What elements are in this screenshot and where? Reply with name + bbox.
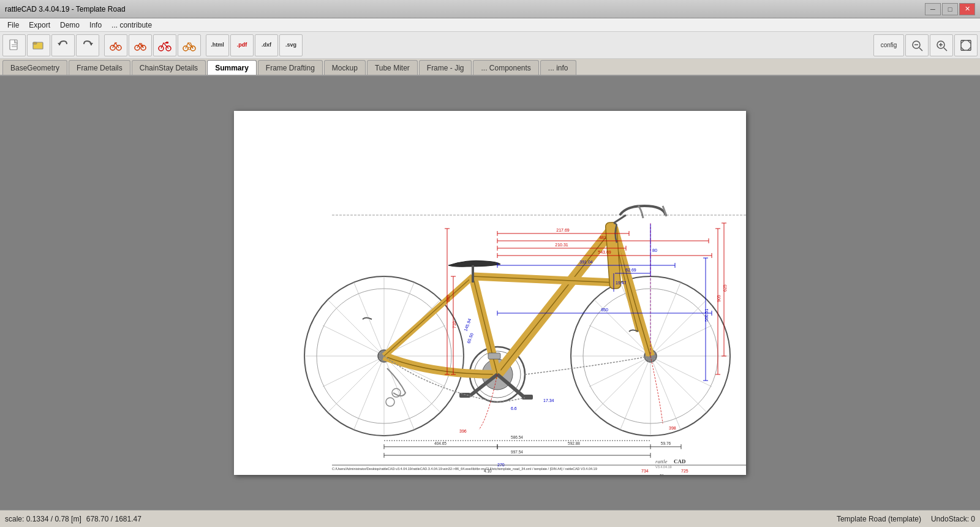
fit-button[interactable] <box>954 34 978 56</box>
scale-label: scale: 0.1334 / 0.78 [m] <box>5 515 81 523</box>
svg-text:CAD: CAD <box>674 458 686 464</box>
svg-text:217.69: 217.69 <box>556 228 570 232</box>
close-button[interactable]: ✕ <box>959 3 975 15</box>
export-pdf-button[interactable]: .pdf <box>230 34 254 56</box>
config-button[interactable]: config <box>873 34 904 56</box>
titlebar: rattleCAD 3.4.04.19 - Template Road ─ □ … <box>0 0 980 18</box>
menu-file[interactable]: File <box>2 20 24 31</box>
minimize-button[interactable]: ─ <box>925 3 941 15</box>
open-button[interactable] <box>27 34 50 56</box>
zoom-in-button[interactable] <box>930 34 953 56</box>
toolbar-right: config <box>873 34 978 56</box>
statusbar-right: Template Road (template) UndoStack: 0 <box>837 515 975 523</box>
template-label: Template Road (template) <box>837 515 921 523</box>
svg-text:59.76: 59.76 <box>661 441 671 445</box>
svg-text:V3.4.04.19: V3.4.04.19 <box>655 465 672 469</box>
statusbar-left: scale: 0.1334 / 0.78 [m] 678.70 / 1681.4… <box>5 515 141 523</box>
statusbar: scale: 0.1334 / 0.78 [m] 678.70 / 1681.4… <box>0 510 980 527</box>
redo-button[interactable] <box>76 34 99 56</box>
svg-text:592.88: 592.88 <box>568 441 580 445</box>
svg-text:586.54: 586.54 <box>511 435 523 439</box>
titlebar-controls: ─ □ ✕ <box>925 3 975 15</box>
svg-text:19.47: 19.47 <box>616 281 627 285</box>
menu-demo[interactable]: Demo <box>55 20 85 31</box>
tab-base-geometry[interactable]: BaseGeometry <box>2 60 67 75</box>
undo-label: UndoStack: 0 <box>931 515 975 523</box>
svg-text:734: 734 <box>641 469 649 473</box>
svg-text:6.6: 6.6 <box>511 406 517 411</box>
svg-rect-13 <box>166 42 168 44</box>
tabbar: BaseGeometry Frame Details ChainStay Det… <box>0 59 980 76</box>
svg-text:710: 710 <box>452 321 456 328</box>
svg-marker-6 <box>89 43 93 45</box>
tab-info[interactable]: ... info <box>540 60 576 75</box>
svg-text:31: 31 <box>660 474 665 475</box>
drawing-canvas: 217.69 481 210.31 543.69 391.04 62.69 <box>234 111 746 475</box>
svg-text:C:/Users/Administrator/Desktop: C:/Users/Administrator/Desktop/rattleCAD… <box>332 467 597 471</box>
svg-text:556.51: 556.51 <box>704 308 709 322</box>
export-html-button[interactable]: .html <box>206 34 229 56</box>
svg-text:543.69: 543.69 <box>598 250 611 254</box>
svg-rect-79 <box>488 353 500 359</box>
tab-tube-miter[interactable]: Tube Miter <box>367 60 418 75</box>
svg-text:997.54: 997.54 <box>511 450 523 454</box>
svg-text:rattle: rattle <box>655 458 668 464</box>
menu-contribute[interactable]: ... contribute <box>107 20 157 31</box>
svg-text:850: 850 <box>601 308 608 312</box>
tab-components[interactable]: ... Components <box>473 60 538 75</box>
tab-frame-jig[interactable]: Frame - Jig <box>419 60 472 75</box>
tab-summary[interactable]: Summary <box>207 60 257 75</box>
svg-text:625: 625 <box>723 284 727 292</box>
svg-text:980: 980 <box>446 295 450 302</box>
main-content: 217.69 481 210.31 543.69 391.04 62.69 <box>0 76 980 510</box>
toolbar: .html .pdf .dxf .svg config <box>0 32 980 59</box>
svg-line-23 <box>944 48 947 51</box>
bike-component-button[interactable] <box>178 34 201 56</box>
menu-info[interactable]: Info <box>85 20 107 31</box>
export-dxf-button[interactable]: .dxf <box>255 34 278 56</box>
svg-rect-25 <box>234 111 746 475</box>
export-svg-button[interactable]: .svg <box>279 34 303 56</box>
svg-text:398: 398 <box>669 426 676 430</box>
svg-line-19 <box>919 48 922 51</box>
svg-marker-5 <box>58 43 61 45</box>
svg-text:905: 905 <box>717 295 721 302</box>
new-button[interactable] <box>2 34 26 56</box>
svg-text:270: 270 <box>497 463 505 467</box>
menu-export[interactable]: Export <box>24 20 55 31</box>
svg-text:404.65: 404.65 <box>434 441 447 445</box>
svg-rect-77 <box>522 395 533 400</box>
svg-text:80: 80 <box>652 248 657 252</box>
titlebar-title: rattleCAD 3.4.04.19 - Template Road <box>5 5 126 13</box>
bike-frame-button[interactable] <box>129 34 152 56</box>
zoom-out-button[interactable] <box>905 34 929 56</box>
tab-mockup[interactable]: Mockup <box>324 60 366 75</box>
bike-select-button[interactable] <box>104 34 127 56</box>
coord-label: 678.70 / 1681.47 <box>86 515 141 523</box>
bike-full-button[interactable] <box>153 34 176 56</box>
tab-frame-drafting[interactable]: Frame Drafting <box>258 60 323 75</box>
svg-text:62.69: 62.69 <box>625 268 636 272</box>
maximize-button[interactable]: □ <box>942 3 958 15</box>
svg-text:210.31: 210.31 <box>555 243 568 247</box>
tab-frame-details[interactable]: Frame Details <box>69 60 130 75</box>
svg-text:481: 481 <box>599 235 606 240</box>
tab-chainstay-details[interactable]: ChainStay Details <box>132 60 206 75</box>
menubar: File Export Demo Info ... contribute <box>0 18 980 32</box>
svg-rect-4 <box>33 42 37 44</box>
svg-text:17.34: 17.34 <box>543 398 554 403</box>
svg-text:391.04: 391.04 <box>579 260 593 264</box>
undo-button[interactable] <box>51 34 75 56</box>
svg-text:725: 725 <box>681 469 688 473</box>
svg-text:396: 396 <box>459 429 467 433</box>
